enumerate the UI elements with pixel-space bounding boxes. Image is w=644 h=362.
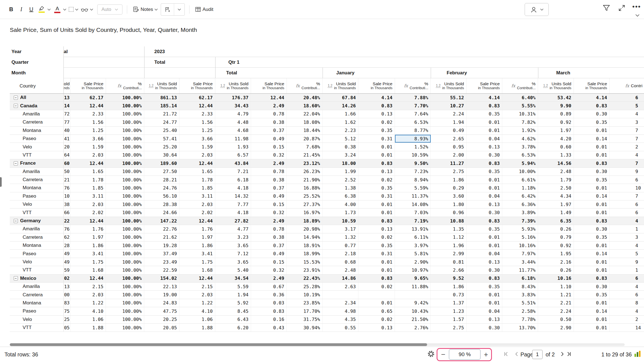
data-cell[interactable]: 0.38 [251, 233, 287, 241]
data-cell[interactable]: 0.01 [358, 209, 395, 216]
data-cell[interactable]: 0.01 [467, 233, 502, 241]
data-cell[interactable]: 1.85 [179, 184, 215, 192]
data-cell[interactable]: 0.50 [538, 316, 574, 323]
data-cell[interactable]: 0.01 [574, 184, 610, 192]
data-cell[interactable]: 1 [610, 225, 644, 233]
data-cell[interactable]: 1.68 [71, 266, 106, 274]
data-cell[interactable]: 2.33 [71, 110, 106, 118]
data-cell[interactable]: 1.66 [323, 110, 358, 118]
data-cell[interactable]: 2.48 [538, 168, 574, 176]
data-cell[interactable]: 25.20 [144, 143, 179, 151]
data-cell[interactable]: 5 [610, 102, 644, 110]
data-cell[interactable]: 14.56 [538, 159, 574, 167]
data-cell[interactable]: 1.94 [431, 118, 467, 126]
data-cell[interactable]: 62.17 [179, 94, 215, 101]
data-cell[interactable]: 1.52% [395, 143, 431, 151]
data-cell[interactable]: 2.34 [323, 299, 358, 307]
data-cell[interactable]: 18.44% [287, 127, 323, 134]
measure-column-header-c12[interactable]: Sale Pricein Thousands [467, 78, 502, 93]
data-cell[interactable]: 6 [610, 200, 644, 208]
row-header-amarilla[interactable]: Amarilla [10, 225, 64, 233]
data-cell[interactable]: 11.77% [502, 266, 538, 274]
data-cell[interactable]: 1.86 [71, 242, 106, 249]
data-cell[interactable]: 1.23 [431, 307, 467, 315]
data-cell[interactable]: 0.31 [358, 135, 395, 143]
data-cell[interactable]: 0.01 [574, 209, 610, 216]
data-cell[interactable]: 0.13 [358, 110, 395, 118]
data-cell[interactable]: 2.15 [179, 283, 215, 290]
data-cell[interactable]: 0.01 [358, 151, 395, 159]
data-cell[interactable]: 0.13 [467, 258, 502, 266]
row-header-paseo[interactable]: Paseo [10, 250, 64, 257]
measure-column-header-c7[interactable]: fx%Contributi... [287, 78, 323, 93]
data-cell[interactable]: 7.68% [287, 143, 323, 151]
data-cell[interactable]: 1.65 [179, 168, 215, 176]
row-header-carretera[interactable]: Carretera [10, 291, 64, 299]
data-cell[interactable]: 10.97% [395, 266, 431, 274]
data-cell[interactable]: 0.26 [538, 225, 574, 233]
data-cell[interactable]: 1.76 [71, 225, 106, 233]
measure-column-header-c9[interactable]: Sale Pricein Thousands [358, 78, 395, 93]
data-cell[interactable]: 2.66 [431, 266, 467, 274]
data-cell[interactable]: 7.19% [395, 217, 431, 225]
data-cell[interactable]: 0.01 [358, 299, 395, 307]
data-cell[interactable]: 64 [64, 151, 71, 159]
data-cell[interactable]: 0.13 [467, 143, 502, 151]
data-cell[interactable]: 2.03 [71, 291, 106, 299]
data-cell[interactable]: 0.38 [251, 176, 287, 184]
data-cell[interactable]: 9.50% [395, 159, 431, 167]
data-cell[interactable]: 1.21 [538, 291, 574, 299]
data-cell[interactable]: 7.23% [395, 168, 431, 176]
measure-column-header-c8[interactable]: 1.2Units Soldin Thousands [323, 78, 358, 93]
collapse-icon[interactable]: − [14, 96, 18, 100]
data-cell[interactable]: 1.06 [179, 316, 215, 323]
more-options-icon[interactable]: ••• [632, 3, 641, 10]
data-cell[interactable]: 1.85 [71, 184, 106, 192]
data-cell[interactable]: 76 [64, 225, 71, 233]
data-cell[interactable]: 83 [64, 299, 71, 307]
data-cell[interactable]: 1.38 [323, 184, 358, 192]
data-cell[interactable]: 1.97 [179, 233, 215, 241]
data-cell[interactable]: 4.35 [323, 316, 358, 323]
data-cell[interactable]: 0.02 [358, 283, 395, 290]
data-cell[interactable]: 0.15 [251, 143, 287, 151]
data-cell[interactable]: 22 [64, 217, 71, 225]
data-cell[interactable]: 0.38 [251, 118, 287, 126]
data-cell[interactable]: 6 [610, 275, 644, 282]
data-cell[interactable]: 14 [64, 102, 71, 110]
measure-column-header-c6[interactable]: Sale Pricein Thousands [251, 78, 287, 93]
data-cell[interactable]: 4.20 [538, 135, 574, 143]
data-cell[interactable]: 0.04 [467, 135, 502, 143]
data-cell[interactable]: 0.49 [431, 127, 467, 134]
country-column-header[interactable]: Country [10, 78, 64, 93]
row-header-velo[interactable]: Velo [10, 316, 64, 323]
data-cell[interactable]: 41 [64, 135, 71, 143]
data-cell[interactable]: 100.00% [106, 118, 144, 126]
data-cell[interactable]: 6.42% [502, 192, 538, 200]
data-cell[interactable]: 0.83 [467, 275, 502, 282]
measure-column-header-c10[interactable]: fx%Contributi... [395, 78, 431, 93]
data-cell[interactable]: 0.35 [574, 291, 610, 299]
data-cell[interactable]: 24.77 [144, 118, 179, 126]
add-flag-chevron[interactable] [174, 4, 184, 15]
data-cell[interactable]: 21.90% [287, 176, 323, 184]
collapse-icon[interactable]: − [14, 161, 18, 165]
data-cell[interactable]: 18.00 [323, 159, 358, 167]
data-cell[interactable]: 0.95 [431, 143, 467, 151]
data-cell[interactable]: 4.34 [538, 192, 574, 200]
data-cell[interactable]: 4.00 [323, 200, 358, 208]
data-cell[interactable]: 7.70% [395, 102, 431, 110]
data-cell[interactable]: 1.94 [215, 291, 251, 299]
data-cell[interactable]: 8.77% [395, 127, 431, 134]
audit-button[interactable]: Audit [195, 6, 213, 12]
row-header-mexico[interactable]: −Mexico [10, 275, 64, 282]
data-cell[interactable]: 6 [610, 209, 644, 216]
data-cell[interactable]: 0.92 [538, 118, 574, 126]
data-cell[interactable]: 14.26 [323, 102, 358, 110]
data-cell[interactable]: 3.78% [502, 143, 538, 151]
data-cell[interactable]: 5.12 [323, 135, 358, 143]
data-cell[interactable]: 0.01 [467, 184, 502, 192]
data-cell[interactable]: 0.01 [574, 143, 610, 151]
data-cell[interactable]: 25 [64, 316, 71, 323]
data-cell[interactable]: 8.43% [502, 283, 538, 290]
